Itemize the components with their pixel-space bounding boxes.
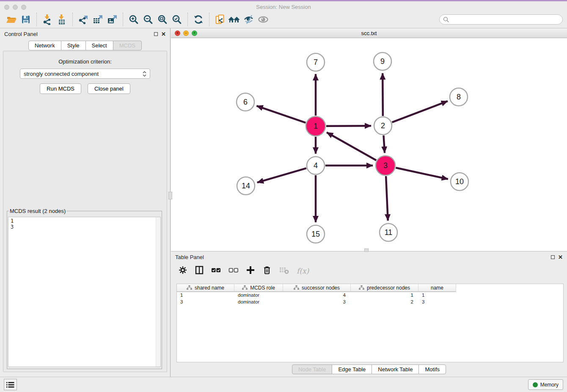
network-graph[interactable]: 7968124314101511	[171, 38, 567, 251]
tab-network[interactable]: Network	[28, 41, 61, 50]
criterion-value: strongly connected component	[24, 71, 143, 77]
app-title-bar: Session: New Session	[0, 0, 567, 11]
network-minimize-icon[interactable]: −	[183, 30, 189, 36]
graph-node-11[interactable]: 11	[380, 224, 397, 241]
graph-node-7[interactable]: 7	[307, 53, 325, 71]
mcds-result-fieldset: MCDS result (2 nodes) 1 3	[7, 208, 162, 369]
graph-edge-3-10[interactable]	[396, 168, 448, 179]
main-toolbar	[0, 11, 567, 28]
graph-edge-4-14[interactable]	[257, 168, 306, 182]
splitter-grip-horizontal[interactable]	[364, 248, 369, 252]
memory-label: Memory	[540, 382, 559, 388]
deselect-all-icon[interactable]	[228, 265, 239, 276]
save-session-icon[interactable]	[19, 13, 33, 26]
close-panel-icon[interactable]: ✕	[161, 31, 166, 37]
window-title: Session: New Session	[0, 4, 567, 10]
zoom-selected-icon[interactable]	[170, 13, 184, 26]
select-all-icon[interactable]	[211, 265, 221, 276]
export-network-icon[interactable]	[76, 13, 91, 26]
column-header-name[interactable]: name	[418, 284, 456, 292]
import-network-icon[interactable]	[40, 13, 55, 26]
refresh-icon[interactable]	[191, 13, 206, 26]
toolbar-separator	[72, 13, 73, 26]
column-header-successor-nodes[interactable]: successor nodes	[283, 284, 351, 292]
delete-icon[interactable]	[262, 265, 272, 276]
result-scrollbar[interactable]	[156, 217, 160, 367]
graph-node-8[interactable]: 8	[450, 88, 468, 106]
delete-table-icon	[279, 265, 289, 276]
graph-edge-3-1[interactable]	[327, 133, 376, 160]
graph-edge-2-9[interactable]	[383, 73, 383, 116]
export-table-icon[interactable]	[91, 13, 105, 26]
tab-select[interactable]: Select	[85, 41, 113, 50]
memory-button[interactable]: Memory	[528, 379, 563, 390]
graph-node-4[interactable]: 4	[307, 157, 325, 174]
tab-motifs[interactable]: Motifs	[418, 364, 446, 374]
mcds-result-box[interactable]: 1 3	[8, 217, 161, 367]
graph-node-2[interactable]: 2	[374, 117, 392, 135]
column-header-mcds-role[interactable]: MCDS role	[234, 284, 283, 292]
add-icon[interactable]	[246, 265, 255, 276]
graph-edge-2-3[interactable]	[383, 135, 385, 153]
table-panel: Table Panel ✕ f(x) sha	[171, 251, 567, 377]
status-bar: Memory	[0, 377, 567, 392]
column-header-predecessor-nodes[interactable]: predecessor nodes	[351, 284, 418, 292]
close-panel-button[interactable]: Close panel	[88, 83, 130, 94]
network-close-icon[interactable]: ×	[175, 30, 180, 36]
search-input[interactable]	[451, 17, 559, 22]
splitter-grip-vertical[interactable]	[168, 192, 172, 199]
graph-edge-2-8[interactable]	[392, 101, 448, 122]
column-header-shared-name[interactable]: shared name	[177, 284, 234, 292]
graph-node-14[interactable]: 14	[237, 177, 255, 195]
show-all-icon[interactable]	[256, 13, 270, 26]
svg-text:11: 11	[385, 228, 393, 237]
table-row[interactable]: 3 dominator 3 2 3	[177, 299, 563, 306]
control-panel: Control Panel ✕ Network Style Select MCD…	[0, 28, 171, 377]
graph-node-9[interactable]: 9	[374, 52, 391, 70]
toolbar-separator	[209, 13, 209, 26]
network-canvas[interactable]: 7968124314101511	[171, 38, 567, 251]
graph-node-1[interactable]: 1	[306, 116, 325, 136]
zoom-out-icon[interactable]	[141, 13, 155, 26]
column-icon[interactable]	[195, 265, 204, 276]
table-panel-title: Table Panel	[175, 254, 204, 260]
network-window-titlebar[interactable]: × − + scc.txt	[171, 28, 567, 38]
svg-text:7: 7	[314, 58, 318, 66]
zoom-fit-icon[interactable]	[155, 13, 170, 26]
first-neighbors-icon[interactable]	[227, 13, 242, 26]
network-copy-icon[interactable]	[213, 13, 227, 26]
graph-edge-1-6[interactable]	[256, 106, 306, 123]
import-table-icon[interactable]	[55, 13, 69, 26]
tab-mcds[interactable]: MCDS	[113, 41, 142, 50]
graph-node-15[interactable]: 15	[307, 225, 325, 243]
float-panel-icon[interactable]	[154, 32, 158, 36]
graph-edge-3-11[interactable]	[386, 176, 388, 221]
settings-gear-icon[interactable]	[178, 265, 187, 276]
tab-node-table[interactable]: Node Table	[292, 364, 333, 374]
task-history-button[interactable]	[4, 379, 17, 390]
select-chevrons-icon	[143, 71, 146, 77]
close-panel-icon[interactable]: ✕	[558, 254, 563, 260]
float-panel-icon[interactable]	[551, 255, 555, 259]
svg-text:6: 6	[243, 98, 248, 106]
open-session-icon[interactable]	[4, 13, 19, 26]
tab-style[interactable]: Style	[61, 41, 86, 50]
graph-node-10[interactable]: 10	[451, 173, 468, 190]
criterion-select[interactable]: strongly connected component	[20, 69, 150, 79]
search-box[interactable]	[439, 14, 563, 25]
run-mcds-button[interactable]: Run MCDS	[40, 83, 81, 94]
zoom-in-icon[interactable]	[127, 13, 141, 26]
mcds-panel: Optimization criterion: strongly connect…	[3, 51, 167, 372]
graph-edge-1-2[interactable]	[326, 126, 371, 126]
graph-node-3[interactable]: 3	[376, 156, 395, 175]
svg-text:3: 3	[383, 161, 388, 170]
tab-edge-table[interactable]: Edge Table	[332, 364, 372, 374]
graph-node-6[interactable]: 6	[237, 93, 254, 111]
table-row[interactable]: 1 dominator 4 1 1	[177, 292, 563, 299]
tab-network-table[interactable]: Network Table	[372, 364, 419, 374]
network-maximize-icon[interactable]: +	[192, 30, 197, 36]
mcds-result-title: MCDS result (2 nodes)	[9, 208, 66, 214]
export-image-icon[interactable]	[105, 13, 119, 26]
hide-selected-icon[interactable]	[242, 13, 256, 26]
table-tabs: Node Table Edge Table Network Table Moti…	[171, 364, 567, 374]
